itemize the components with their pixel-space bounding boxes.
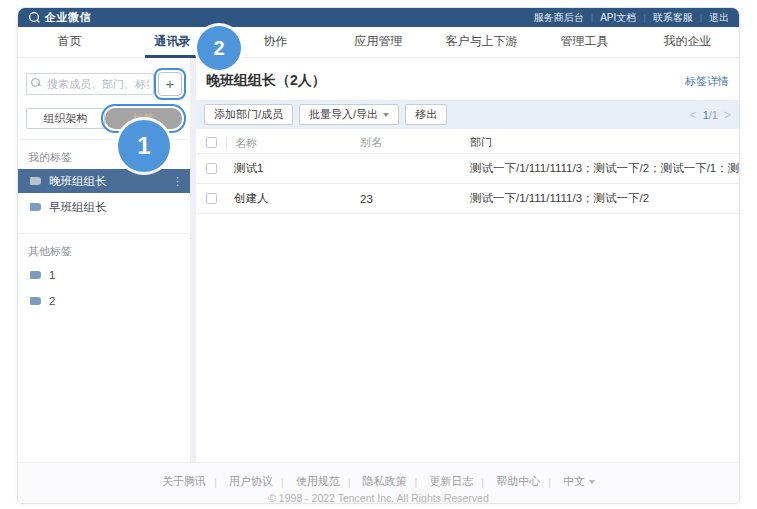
wechat-work-logo: 企业微信 (28, 10, 91, 25)
contact-support-link[interactable]: 联系客服 (636, 11, 692, 25)
add-department-member-button[interactable]: 添加部门/成员 (204, 104, 293, 125)
annotation-step-1-badge: 1 (118, 120, 170, 172)
members-table: 名称 别名 部门 测试1 测试一下/1/111/1111/3；测试一下/2；测试… (196, 132, 739, 214)
sidebar: + 组织架构 标签 我的标签 晚班组组长 ⋮ 早班组组长 其他标签 (18, 58, 190, 462)
nav-home[interactable]: 首页 (18, 27, 121, 57)
other-tags-title: 其他标签 (28, 244, 180, 259)
main-nav: 首页 通讯录 协作 应用管理 客户与上下游 管理工具 我的企业 (18, 27, 739, 58)
total-pages: 1 (712, 109, 718, 121)
table-row[interactable]: 创建人 23 测试一下/1/111/1111/3；测试一下/2 (196, 184, 739, 214)
prev-page-icon[interactable]: < (690, 108, 697, 122)
cell-alias: 23 (360, 193, 470, 205)
dropdown-arrow-icon (383, 113, 389, 117)
cell-dept: 测试一下/1/111/1111/3；测试一下/2；测试一下/1；测... (470, 161, 739, 176)
add-tag-highlight-ring: + (158, 72, 182, 96)
tag-icon (30, 297, 41, 305)
search-input[interactable] (26, 73, 154, 95)
app-window: 企业微信 服务商后台 API文档 联系客服 退出 首页 通讯录 协作 应用管理 … (17, 7, 740, 504)
main-panel: 晚班组组长（2人） 标签详情 添加部门/成员 批量导入/导出 移出 < 1/1 … (196, 58, 739, 462)
tab-org-structure[interactable]: 组织架构 (26, 108, 105, 129)
select-all-checkbox[interactable] (206, 137, 217, 148)
next-page-icon[interactable]: > (724, 108, 731, 122)
column-header-alias: 别名 (360, 135, 470, 150)
tag-icon (30, 203, 41, 211)
top-bar: 企业微信 服务商后台 API文档 联系客服 退出 (18, 8, 739, 27)
nav-admin-tools[interactable]: 管理工具 (533, 27, 636, 57)
search-icon (31, 78, 40, 87)
toolbar: 添加部门/成员 批量导入/导出 移出 < 1/1 > (196, 100, 739, 129)
sidebar-item-label: 1 (49, 269, 55, 281)
sidebar-item-morning-shift-leader[interactable]: 早班组组长 (18, 195, 190, 219)
annotation-step-2-badge: 2 (197, 26, 241, 70)
logo-text: 企业微信 (45, 10, 91, 25)
more-options-icon[interactable]: ⋮ (172, 175, 183, 188)
pagination: < 1/1 > (690, 108, 731, 122)
sidebar-item-label: 早班组组长 (49, 200, 107, 215)
footer-privacy-link[interactable]: 隐私政策 (340, 474, 407, 489)
row-checkbox[interactable] (206, 193, 217, 204)
table-header: 名称 别名 部门 (196, 132, 739, 154)
tag-icon (30, 177, 41, 185)
language-dropdown-arrow-icon (589, 480, 595, 484)
footer-usage-policy-link[interactable]: 使用规范 (273, 474, 340, 489)
sidebar-item-tag-2[interactable]: 2 (18, 289, 190, 313)
footer-help-center-link[interactable]: 帮助中心 (473, 474, 540, 489)
api-docs-link[interactable]: API文档 (584, 11, 636, 25)
tag-icon (30, 271, 41, 279)
content-area: + 组织架构 标签 我的标签 晚班组组长 ⋮ 早班组组长 其他标签 (18, 58, 739, 462)
add-tag-button[interactable]: + (158, 72, 182, 96)
page-title: 晚班组组长（2人） (206, 72, 326, 90)
footer-about-link[interactable]: 关于腾讯 (162, 474, 206, 489)
footer-user-agreement-link[interactable]: 用户协议 (206, 474, 273, 489)
language-selector[interactable]: 中文 (540, 474, 595, 489)
column-header-name: 名称 (226, 137, 360, 149)
batch-import-export-button[interactable]: 批量导入/导出 (299, 104, 399, 125)
sidebar-item-night-shift-leader[interactable]: 晚班组组长 ⋮ (18, 169, 190, 193)
remove-button[interactable]: 移出 (405, 104, 447, 125)
cell-dept: 测试一下/1/111/1111/3；测试一下/2 (470, 191, 739, 206)
tag-details-link[interactable]: 标签详情 (685, 74, 729, 89)
cell-name: 创建人 (226, 191, 360, 206)
sidebar-item-label: 2 (49, 295, 55, 307)
nav-customers[interactable]: 客户与上下游 (430, 27, 533, 57)
service-provider-console-link[interactable]: 服务商后台 (534, 11, 584, 25)
footer: 关于腾讯 用户协议 使用规范 隐私政策 更新日志 帮助中心 中文 © 1998 … (18, 462, 739, 504)
table-row[interactable]: 测试1 测试一下/1/111/1111/3；测试一下/2；测试一下/1；测... (196, 154, 739, 184)
row-checkbox[interactable] (206, 163, 217, 174)
column-header-dept: 部门 (470, 135, 739, 150)
sidebar-item-label: 晚班组组长 (49, 174, 107, 189)
nav-app-management[interactable]: 应用管理 (327, 27, 430, 57)
divider (18, 233, 190, 234)
footer-changelog-link[interactable]: 更新日志 (407, 474, 474, 489)
nav-my-company[interactable]: 我的企业 (636, 27, 739, 57)
cell-name: 测试1 (226, 161, 360, 176)
wechat-work-logo-icon (28, 11, 41, 24)
search-box (26, 73, 154, 95)
topbar-links: 服务商后台 API文档 联系客服 退出 (534, 11, 729, 25)
logout-link[interactable]: 退出 (693, 11, 729, 25)
sidebar-item-tag-1[interactable]: 1 (18, 263, 190, 287)
copyright-text: © 1998 - 2022 Tencent Inc. All Rights Re… (18, 492, 739, 504)
